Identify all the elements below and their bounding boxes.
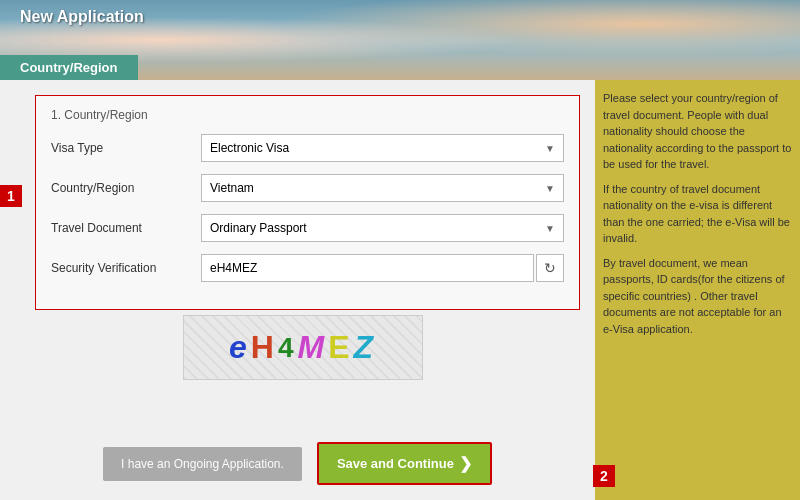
- travel-document-label: Travel Document: [51, 221, 201, 235]
- info-panel: Please select your country/region of tra…: [595, 80, 800, 500]
- travel-document-select-wrapper[interactable]: Ordinary Passport ▼: [201, 214, 564, 242]
- save-arrow-icon: ❯: [459, 454, 472, 473]
- security-input[interactable]: [201, 254, 534, 282]
- captcha-char-m: M: [297, 329, 328, 366]
- visa-type-select[interactable]: Electronic Visa: [210, 139, 555, 157]
- captcha-char-e2: E: [328, 329, 353, 366]
- main-area: 1 1. Country/Region Visa Type Electronic…: [0, 80, 595, 500]
- refresh-button[interactable]: ↻: [536, 254, 564, 282]
- form-section: 1. Country/Region Visa Type Electronic V…: [35, 95, 580, 310]
- captcha-image: e H 4 M E Z: [183, 315, 423, 380]
- captcha-char-h: H: [251, 329, 278, 366]
- country-region-row: Country/Region Vietnam ▼: [51, 174, 564, 202]
- captcha-text-display: e H 4 M E Z: [184, 316, 422, 379]
- info-text-1: Please select your country/region of tra…: [603, 90, 792, 173]
- travel-document-row: Travel Document Ordinary Passport ▼: [51, 214, 564, 242]
- captcha-char-z: Z: [353, 329, 377, 366]
- info-text-3: By travel document, we mean passports, I…: [603, 255, 792, 338]
- header-area: New Application Country/Region: [0, 0, 800, 80]
- save-continue-label: Save and Continue: [337, 456, 454, 471]
- section-title: 1. Country/Region: [51, 108, 564, 122]
- country-region-select-wrapper[interactable]: Vietnam ▼: [201, 174, 564, 202]
- header-tab: Country/Region: [0, 55, 138, 80]
- security-verification-row: Security Verification ↻: [51, 254, 564, 282]
- security-input-group: ↻: [201, 254, 564, 282]
- captcha-char-4: 4: [278, 332, 298, 364]
- page-title: New Application: [20, 8, 144, 26]
- security-verification-label: Security Verification: [51, 261, 201, 275]
- info-text-2: If the country of travel document nation…: [603, 181, 792, 247]
- travel-document-select[interactable]: Ordinary Passport: [210, 219, 555, 237]
- step-1-number: 1: [0, 185, 22, 207]
- visa-type-row: Visa Type Electronic Visa ▼: [51, 134, 564, 162]
- bottom-bar: I have an Ongoing Application. Save and …: [0, 442, 595, 485]
- save-continue-button[interactable]: Save and Continue ❯: [317, 442, 492, 485]
- visa-type-select-wrapper[interactable]: Electronic Visa ▼: [201, 134, 564, 162]
- visa-type-label: Visa Type: [51, 141, 201, 155]
- captcha-char-e: e: [229, 329, 251, 366]
- ongoing-application-button[interactable]: I have an Ongoing Application.: [103, 447, 302, 481]
- step-2-number: 2: [593, 465, 615, 487]
- country-region-label: Country/Region: [51, 181, 201, 195]
- country-region-select[interactable]: Vietnam: [210, 179, 555, 197]
